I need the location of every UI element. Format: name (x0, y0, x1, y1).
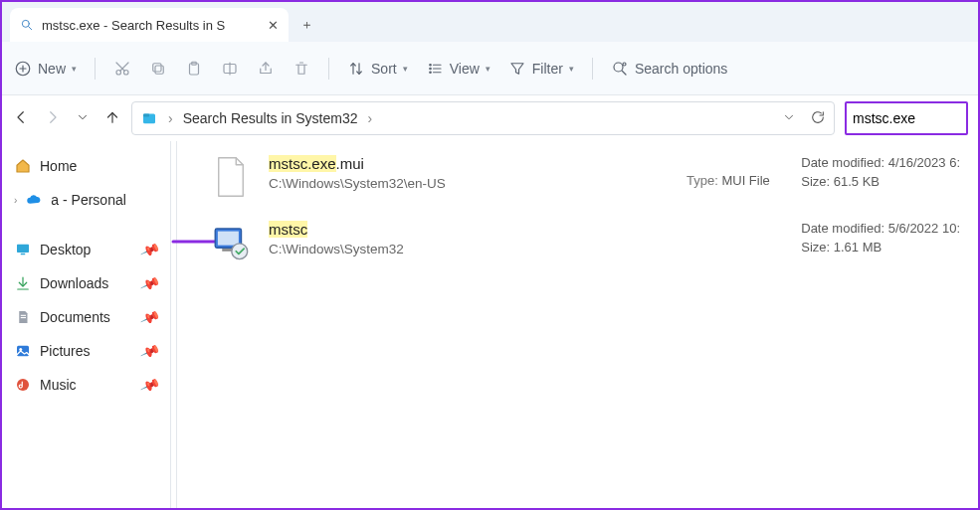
svg-rect-29 (21, 315, 26, 316)
svg-rect-27 (21, 254, 26, 255)
nav-downloads[interactable]: Downloads 📌 (8, 268, 164, 298)
nav-music[interactable]: Music 📌 (8, 370, 164, 400)
delete-button[interactable] (293, 60, 310, 78)
svg-line-8 (116, 63, 124, 71)
svg-rect-26 (17, 245, 29, 253)
desktop-icon (14, 241, 32, 258)
sort-button[interactable]: Sort ▾ (347, 60, 408, 78)
pin-icon[interactable]: 📌 (139, 307, 160, 328)
recent-button[interactable] (76, 110, 90, 127)
scissors-icon (113, 60, 131, 78)
forward-button[interactable] (44, 108, 62, 129)
chevron-right-icon[interactable]: › (168, 110, 173, 126)
home-icon (14, 157, 32, 175)
svg-rect-36 (218, 232, 239, 246)
sort-icon (347, 60, 365, 78)
svg-rect-10 (153, 63, 161, 71)
svg-rect-30 (21, 317, 26, 318)
chevron-down-icon: ▾ (403, 64, 408, 74)
result-path: C:\Windows\System32\en-US (269, 176, 446, 191)
chevron-down-icon: ▾ (486, 64, 490, 74)
svg-point-33 (17, 379, 29, 391)
new-icon (14, 60, 32, 78)
nav-pictures[interactable]: Pictures 📌 (8, 336, 164, 366)
search-field[interactable] (853, 110, 960, 126)
result-type: Type: MUI File (686, 173, 770, 188)
app-icon (209, 221, 253, 264)
navigation-pane: Home › a - Personal Desktop 📌 Downloads … (2, 141, 171, 508)
pin-icon[interactable]: 📌 (139, 240, 160, 260)
clipboard-icon (185, 60, 203, 78)
svg-line-1 (29, 27, 32, 30)
result-path: C:\Windows\System32 (269, 242, 404, 256)
filter-button[interactable]: Filter ▾ (508, 60, 574, 78)
main-area: Home › a - Personal Desktop 📌 Downloads … (2, 141, 978, 508)
svg-point-16 (429, 68, 431, 70)
history-chevron-icon[interactable] (782, 110, 796, 127)
result-meta: Date modified: 4/16/2023 6: Size: 61.5 K… (801, 155, 960, 189)
separator (95, 58, 96, 80)
up-button[interactable] (103, 108, 121, 129)
nav-row: › Search Results in System32 › (2, 95, 978, 141)
breadcrumb[interactable]: Search Results in System32 (183, 110, 358, 126)
results-pane: mstsc.exe.mui C:\Windows\System32\en-US … (177, 141, 978, 508)
back-button[interactable] (12, 108, 30, 129)
chevron-down-icon: ▾ (569, 64, 574, 74)
chevron-down-icon: ▾ (72, 64, 77, 74)
svg-rect-31 (17, 346, 29, 357)
result-name: mstsc.exe.mui (269, 155, 446, 172)
search-result[interactable]: mstsc.exe.mui C:\Windows\System32\en-US … (209, 155, 970, 199)
view-icon (426, 60, 444, 78)
copy-icon (149, 60, 167, 78)
result-meta: Date modified: 5/6/2022 10: Size: 1.61 M… (801, 221, 960, 255)
svg-point-38 (232, 244, 248, 259)
file-icon (209, 155, 253, 199)
share-icon (257, 60, 275, 78)
pin-icon[interactable]: 📌 (139, 273, 160, 294)
cut-button[interactable] (113, 60, 131, 78)
svg-point-17 (429, 72, 431, 74)
search-options-icon (611, 60, 629, 78)
svg-line-7 (120, 63, 128, 71)
search-result[interactable]: mstsc C:\Windows\System32 Date modified:… (209, 221, 970, 264)
view-button[interactable]: View ▾ (426, 60, 490, 78)
download-icon (14, 274, 32, 292)
tab-bar: mstsc.exe - Search Results in S ✕ ＋ (2, 2, 978, 42)
nav-onedrive[interactable]: › a - Personal (8, 185, 164, 215)
document-icon (14, 308, 32, 326)
search-options-button[interactable]: Search options (611, 60, 727, 78)
rename-button[interactable] (221, 60, 239, 78)
pin-icon[interactable]: 📌 (139, 375, 160, 396)
separator (328, 58, 329, 80)
svg-point-15 (429, 64, 431, 66)
nav-documents[interactable]: Documents 📌 (8, 302, 164, 332)
cloud-icon (25, 191, 43, 209)
search-input[interactable] (845, 101, 968, 135)
music-icon (14, 376, 32, 394)
rename-icon (221, 60, 239, 78)
nav-desktop[interactable]: Desktop 📌 (8, 235, 164, 264)
share-button[interactable] (257, 60, 275, 78)
nav-home[interactable]: Home (8, 151, 164, 181)
chevron-right-icon[interactable]: › (368, 110, 373, 126)
pin-icon[interactable]: 📌 (139, 341, 160, 362)
new-button[interactable]: New ▾ (14, 60, 77, 78)
chevron-right-icon[interactable]: › (14, 195, 17, 206)
tab-title: mstsc.exe - Search Results in S (42, 18, 260, 33)
refresh-button[interactable] (810, 109, 826, 128)
separator (592, 58, 593, 80)
address-bar[interactable]: › Search Results in System32 › (131, 101, 835, 135)
svg-rect-25 (143, 114, 149, 117)
browser-tab[interactable]: mstsc.exe - Search Results in S ✕ (10, 8, 289, 42)
svg-rect-9 (155, 66, 163, 74)
svg-point-21 (614, 63, 623, 72)
close-icon[interactable]: ✕ (268, 18, 279, 33)
toolbar: New ▾ Sort ▾ View ▾ Filter ▾ Search opti… (2, 42, 978, 95)
paste-button[interactable] (185, 60, 203, 78)
pictures-icon (14, 342, 32, 360)
svg-point-0 (22, 20, 29, 27)
folder-icon (140, 109, 158, 127)
copy-button[interactable] (149, 60, 167, 78)
trash-icon (293, 60, 310, 78)
new-tab-button[interactable]: ＋ (289, 8, 324, 42)
